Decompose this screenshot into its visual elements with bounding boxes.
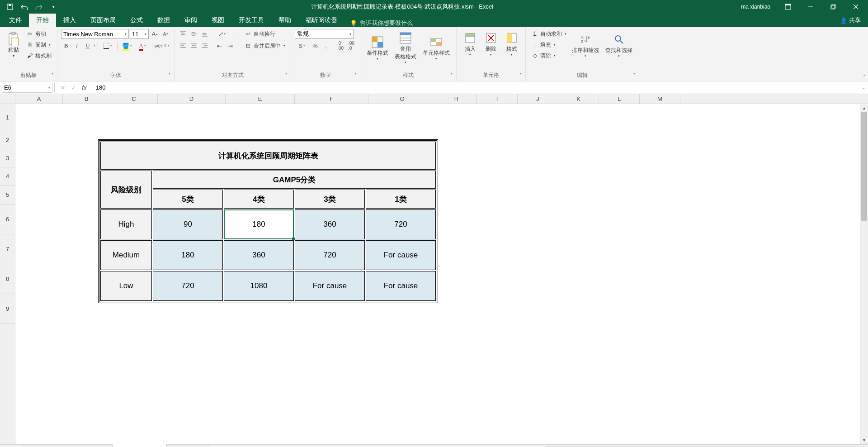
redo-button[interactable] [33, 1, 45, 12]
sheet-tab[interactable]: 关于本模板 [167, 445, 209, 447]
worksheet-cells[interactable]: 计算机化系统回顾周期矩阵表风险级别GAMP5分类5类4类3类1类High9018… [15, 104, 860, 444]
align-right-button[interactable] [200, 41, 210, 51]
bold-button[interactable]: B [61, 41, 71, 51]
formula-input[interactable]: 180 [92, 84, 859, 91]
column-header[interactable]: M [640, 94, 680, 104]
row-header[interactable]: 1 [0, 104, 15, 131]
expand-formula-bar-button[interactable]: ⌄ [859, 85, 868, 90]
wrap-text-button[interactable]: ↩自动换行 [243, 29, 287, 39]
tab-review[interactable]: 审阅 [177, 14, 204, 27]
column-header[interactable]: L [599, 94, 640, 104]
phonetic-button[interactable]: wén文 [155, 41, 169, 51]
row-header[interactable]: 5 [0, 185, 15, 204]
comma-button[interactable]: , [321, 41, 331, 51]
close-button[interactable] [845, 0, 866, 14]
merge-center-button[interactable]: ⊟合并后居中▾ [243, 41, 287, 51]
fill-button[interactable]: ↓填充▾ [529, 40, 568, 50]
align-left-button[interactable] [178, 41, 188, 51]
insert-cells-button[interactable]: 插入▾ [460, 29, 480, 58]
column-header[interactable]: F [295, 94, 368, 104]
increase-decimal-button[interactable]: .0.00 [335, 41, 345, 51]
sheet-tab[interactable]: 回顾记录表 [22, 445, 64, 447]
cut-button[interactable]: ✂剪切 [24, 29, 53, 39]
row-header[interactable]: 4 [0, 167, 15, 185]
sheet-tab[interactable]: 回顾追踪记录 [64, 445, 113, 447]
data-cell[interactable]: 1080 [224, 271, 294, 301]
column-header[interactable]: I [477, 94, 518, 104]
row-header[interactable]: 7 [0, 234, 15, 264]
decrease-decimal-button[interactable]: .00.0 [346, 41, 356, 51]
copy-button[interactable]: ⎘复制▾ [24, 40, 53, 50]
clear-button[interactable]: ◇清除▾ [529, 51, 568, 61]
data-cell[interactable]: 720 [366, 209, 436, 239]
accounting-format-button[interactable]: $ [295, 41, 309, 51]
column-header[interactable]: K [558, 94, 599, 104]
format-as-table-button[interactable]: 套用 表格格式▾ [392, 29, 419, 66]
tab-foxit[interactable]: 福昕阅读器 [298, 14, 344, 27]
align-middle-button[interactable] [189, 29, 199, 39]
row-header[interactable]: 9 [0, 294, 15, 324]
format-cells-button[interactable]: 格式▾ [502, 29, 522, 58]
column-header[interactable]: A [15, 94, 63, 104]
format-painter-button[interactable]: 🖌格式刷 [24, 51, 53, 61]
data-cell[interactable]: For cause [366, 240, 436, 270]
vertical-scrollbar[interactable]: ▲ ▼ [860, 104, 868, 444]
grow-font-button[interactable]: A▴ [150, 29, 160, 39]
border-button[interactable] [100, 41, 115, 51]
delete-cells-button[interactable]: 删除▾ [481, 29, 501, 58]
qat-customize[interactable]: ▾ [47, 1, 60, 12]
undo-button[interactable] [18, 1, 31, 12]
data-cell[interactable]: 180 [153, 240, 223, 270]
row-header[interactable]: 3 [0, 149, 15, 167]
share-button[interactable]: 👤 共享 [835, 14, 866, 27]
conditional-formatting-button[interactable]: 条件格式▾ [364, 33, 391, 62]
data-cell[interactable]: 360 [295, 209, 365, 239]
column-header[interactable]: C [110, 94, 158, 104]
shrink-font-button[interactable]: A▾ [160, 29, 170, 39]
collapse-ribbon-button[interactable]: ⌃ [863, 74, 866, 79]
tellme-search[interactable]: 💡 告诉我你想要做什么 [344, 19, 418, 27]
scroll-down-arrow[interactable]: ▼ [860, 436, 868, 444]
italic-button[interactable]: I [72, 41, 82, 51]
font-color-button[interactable]: A [135, 41, 150, 51]
row-header[interactable]: 8 [0, 264, 15, 294]
increase-indent-button[interactable]: ⇥ [225, 41, 235, 51]
name-box[interactable]: E6▾ [2, 83, 52, 93]
tab-home[interactable]: 开始 [29, 14, 56, 27]
paste-button[interactable]: 粘贴▾ [4, 30, 24, 60]
data-cell[interactable]: 720 [295, 240, 365, 270]
number-format-combo[interactable]: 常规▾ [295, 29, 354, 39]
tab-layout[interactable]: 页面布局 [83, 14, 123, 27]
percent-button[interactable]: % [310, 41, 320, 51]
fill-color-button[interactable]: 🪣 [120, 41, 134, 51]
data-cell[interactable]: 360 [224, 240, 294, 270]
autosum-button[interactable]: Σ自动求和▾ [529, 29, 568, 39]
column-header[interactable]: G [368, 94, 436, 104]
data-cell[interactable]: For cause [366, 271, 436, 301]
find-select-button[interactable]: 查找和选择▾ [603, 30, 635, 60]
ribbon-options-button[interactable] [778, 0, 798, 14]
font-name-combo[interactable]: Times New Roman▾ [61, 29, 129, 39]
align-top-button[interactable] [178, 29, 188, 39]
tab-file[interactable]: 文件 [2, 14, 29, 27]
decrease-indent-button[interactable]: ⇤ [214, 41, 224, 51]
data-cell[interactable]: 720 [153, 271, 223, 301]
tab-help[interactable]: 帮助 [271, 14, 298, 27]
tab-data[interactable]: 数据 [150, 14, 177, 27]
maximize-button[interactable] [823, 0, 844, 14]
row-header[interactable]: 6 [0, 204, 15, 234]
column-header[interactable]: D [158, 94, 226, 104]
minimize-button[interactable] [800, 0, 821, 14]
tab-view[interactable]: 视图 [204, 14, 231, 27]
column-header[interactable]: E [226, 94, 295, 104]
cancel-formula-button[interactable]: ✕ [60, 84, 66, 91]
save-button[interactable] [4, 1, 16, 12]
scroll-thumb[interactable] [861, 112, 867, 221]
align-bottom-button[interactable] [200, 29, 210, 39]
sort-filter-button[interactable]: AZ排序和筛选▾ [569, 30, 602, 60]
column-header[interactable]: B [63, 94, 110, 104]
data-cell[interactable]: 180 [224, 209, 294, 239]
column-header[interactable]: H [436, 94, 477, 104]
scroll-up-arrow[interactable]: ▲ [860, 104, 868, 112]
select-all-corner[interactable] [0, 94, 15, 104]
